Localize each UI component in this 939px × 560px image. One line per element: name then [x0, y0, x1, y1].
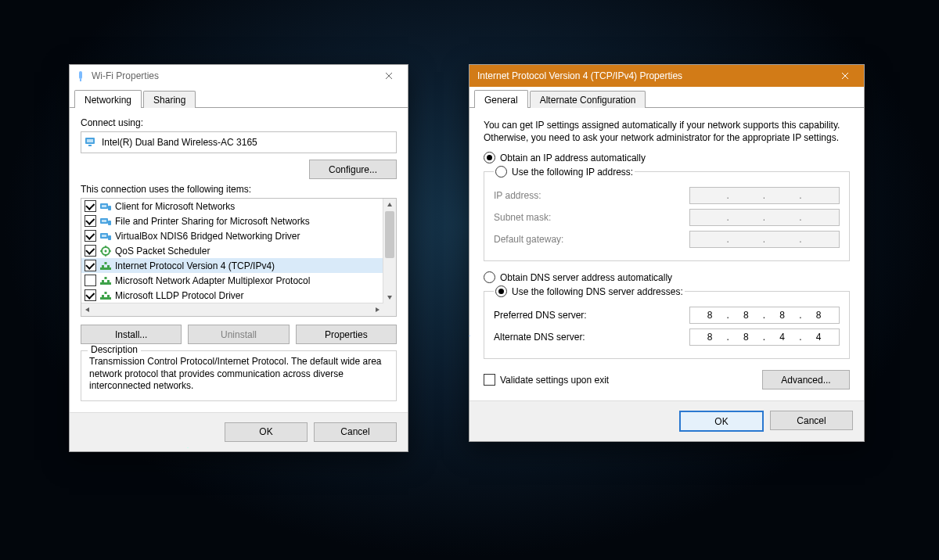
- ok-button[interactable]: OK: [679, 411, 764, 432]
- tab-networking[interactable]: Networking: [74, 90, 142, 108]
- gateway-input: ...: [689, 231, 840, 248]
- list-item[interactable]: VirtualBox NDIS6 Bridged Networking Driv…: [81, 228, 383, 243]
- alternate-dns-label: Alternate DNS server:: [494, 332, 585, 343]
- tab-sharing[interactable]: Sharing: [143, 91, 196, 108]
- checkbox-icon[interactable]: [85, 245, 96, 257]
- ip-manual-label: Use the following IP address:: [512, 167, 633, 178]
- scrollbar-corner: [383, 303, 396, 316]
- radio-icon[interactable]: [495, 285, 507, 297]
- list-item[interactable]: Internet Protocol Version 4 (TCP/IPv4): [81, 258, 383, 273]
- checkbox-icon[interactable]: [484, 374, 495, 386]
- ipv4-tab-body: You can get IP settings assigned automat…: [470, 108, 864, 400]
- ipv4-tabs: General Alternate Configuration: [470, 87, 864, 108]
- horizontal-scrollbar[interactable]: [81, 303, 383, 316]
- ip-address-label: IP address:: [494, 190, 541, 201]
- wifi-title: Wi-Fi Properties: [92, 70, 375, 81]
- list-item[interactable]: QoS Packet Scheduler: [81, 243, 383, 258]
- checkbox-icon[interactable]: [85, 289, 96, 301]
- items-label: This connection uses the following items…: [81, 184, 397, 195]
- client-icon: [99, 215, 112, 228]
- protocol-icon: [99, 260, 112, 272]
- ipv4-titlebar[interactable]: Internet Protocol Version 4 (TCP/IPv4) P…: [470, 65, 864, 87]
- cancel-button[interactable]: Cancel: [314, 422, 397, 442]
- svg-rect-19: [105, 262, 107, 264]
- adapter-field[interactable]: Intel(R) Dual Band Wireless-AC 3165: [81, 131, 397, 153]
- advanced-button[interactable]: Advanced...: [762, 370, 850, 389]
- validate-label: Validate settings upon exit: [500, 375, 609, 386]
- wifi-tabs: Networking Sharing: [70, 87, 408, 108]
- svg-rect-1: [80, 79, 81, 81]
- scroll-right-icon[interactable]: [371, 303, 383, 316]
- radio-icon[interactable]: [484, 152, 495, 163]
- ipv4-explain: You can get IP settings assigned automat…: [484, 119, 850, 144]
- ipv4-properties-window: Internet Protocol Version 4 (TCP/IPv4) P…: [469, 64, 865, 442]
- items-listbox[interactable]: Client for Microsoft NetworksFile and Pr…: [81, 198, 397, 317]
- checkbox-icon[interactable]: [85, 215, 96, 227]
- svg-rect-4: [88, 145, 92, 146]
- svg-rect-10: [108, 221, 111, 225]
- radio-icon[interactable]: [484, 271, 495, 283]
- desktop-background: Wi-Fi Properties Networking Sharing Conn…: [0, 0, 939, 560]
- scroll-down-icon[interactable]: [383, 291, 396, 303]
- adapter-name: Intel(R) Dual Band Wireless-AC 3165: [102, 137, 257, 148]
- svg-rect-24: [100, 297, 111, 300]
- ip-manual-group: Use the following IP address: IP address…: [484, 166, 850, 261]
- checkbox-icon[interactable]: [85, 200, 96, 212]
- dns-auto-option[interactable]: Obtain DNS server address automatically: [484, 271, 850, 283]
- description-legend: Description: [88, 344, 141, 355]
- alternate-dns-input[interactable]: 8.8.4.4: [689, 328, 840, 346]
- list-item[interactable]: Microsoft LLDP Protocol Driver: [81, 288, 383, 303]
- close-icon[interactable]: [831, 67, 859, 84]
- dns-manual-legend[interactable]: Use the following DNS server addresses:: [494, 285, 685, 297]
- vertical-scrollbar[interactable]: [383, 199, 396, 303]
- ip-auto-option[interactable]: Obtain an IP address automatically: [484, 152, 850, 163]
- wifi-app-icon: [74, 70, 87, 82]
- dns-auto-label: Obtain DNS server address automatically: [500, 272, 672, 283]
- description-group: Description Transmission Control Protoco…: [81, 350, 397, 401]
- uninstall-button: Uninstall: [188, 325, 289, 344]
- wifi-properties-window: Wi-Fi Properties Networking Sharing Conn…: [69, 64, 408, 452]
- svg-rect-0: [79, 71, 82, 79]
- properties-button[interactable]: Properties: [296, 325, 397, 344]
- radio-icon[interactable]: [495, 166, 507, 178]
- svg-rect-16: [100, 267, 111, 270]
- ip-manual-legend[interactable]: Use the following IP address:: [494, 166, 635, 178]
- list-item[interactable]: File and Printer Sharing for Microsoft N…: [81, 214, 383, 228]
- install-button[interactable]: Install...: [81, 325, 182, 344]
- ok-button[interactable]: OK: [225, 422, 308, 442]
- close-icon[interactable]: [375, 67, 403, 84]
- list-item-label: Internet Protocol Version 4 (TCP/IPv4): [115, 260, 275, 271]
- cancel-button[interactable]: Cancel: [770, 411, 853, 430]
- checkbox-icon[interactable]: [85, 275, 96, 286]
- client-icon: [99, 200, 112, 213]
- svg-rect-20: [100, 282, 111, 285]
- ip-auto-label: Obtain an IP address automatically: [500, 153, 646, 163]
- svg-rect-26: [107, 295, 110, 297]
- adapter-icon: [85, 135, 97, 150]
- list-item[interactable]: Microsoft Network Adapter Multiplexor Pr…: [81, 273, 383, 288]
- scroll-up-icon[interactable]: [383, 199, 396, 211]
- protocol-icon: [99, 289, 112, 302]
- svg-point-15: [105, 249, 107, 252]
- service-icon: [99, 245, 112, 257]
- list-item-label: File and Printer Sharing for Microsoft N…: [115, 216, 310, 227]
- svg-rect-13: [108, 235, 111, 240]
- tab-alternate[interactable]: Alternate Configuration: [530, 91, 646, 108]
- validate-checkbox[interactable]: Validate settings upon exit: [484, 374, 609, 386]
- checkbox-icon[interactable]: [85, 260, 96, 271]
- checkbox-icon[interactable]: [85, 230, 96, 242]
- svg-rect-12: [102, 235, 106, 237]
- dns-manual-label: Use the following DNS server addresses:: [512, 286, 683, 297]
- scroll-left-icon[interactable]: [81, 303, 94, 316]
- svg-rect-25: [102, 295, 104, 297]
- list-item[interactable]: Client for Microsoft Networks: [81, 199, 383, 214]
- svg-rect-17: [102, 265, 104, 267]
- svg-rect-18: [107, 265, 110, 267]
- preferred-dns-input[interactable]: 8.8.8.8: [689, 307, 840, 324]
- tab-general[interactable]: General: [474, 90, 528, 108]
- scrollbar-thumb[interactable]: [385, 211, 394, 258]
- svg-rect-9: [102, 220, 106, 222]
- configure-button[interactable]: Configure...: [309, 160, 397, 179]
- wifi-titlebar[interactable]: Wi-Fi Properties: [70, 65, 408, 87]
- svg-rect-21: [102, 280, 104, 282]
